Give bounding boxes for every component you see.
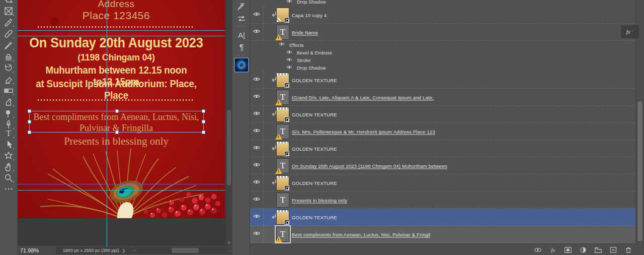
transform-handle[interactable]	[115, 109, 119, 113]
history-brush-tool-icon[interactable]	[3, 63, 15, 73]
transform-handle[interactable]	[28, 109, 31, 113]
visibility-toggle[interactable]	[250, 174, 264, 191]
visibility-toggle[interactable]	[250, 89, 264, 105]
transform-handle[interactable]	[202, 131, 205, 134]
scrollbar-thumb[interactable]	[637, 101, 643, 242]
effect-visibility-toggle[interactable]	[278, 41, 285, 49]
brush-settings-panel-icon[interactable]	[235, 1, 248, 12]
layer-name[interactable]: GOLDEN TEXTURE	[292, 180, 337, 185]
horizontal-guide[interactable]	[18, 36, 225, 36]
layer-name[interactable]: GOLDEN TEXTURE	[292, 111, 337, 117]
document-info[interactable]: 1800 px x 2550 px (300 ppi) ❯	[56, 247, 132, 254]
visibility-toggle[interactable]	[250, 140, 264, 157]
horizontal-guide[interactable]	[18, 30, 225, 31]
type-tool-icon[interactable]: T	[3, 129, 15, 139]
scroll-right-arrow[interactable]: ›	[228, 248, 230, 253]
layer-name[interactable]: On Sunday 20th August 2023 (1198 Chingam…	[292, 163, 447, 168]
visibility-toggle[interactable]	[250, 7, 264, 23]
chevron-up-icon[interactable]: ˆ	[632, 30, 634, 34]
zoom-tool-icon[interactable]	[3, 173, 15, 183]
new-group-icon[interactable]	[594, 246, 603, 254]
zoom-level-field[interactable]: 71.98%	[18, 247, 56, 253]
clone-stamp-tool-icon[interactable]	[3, 52, 15, 62]
layer-thumbnail[interactable]	[277, 176, 289, 190]
layer-name[interactable]: Presents in blessing only	[292, 197, 347, 203]
effect-row[interactable]: Drop Shadow	[250, 0, 635, 7]
effect-visibility-toggle[interactable]	[286, 63, 293, 72]
layer-row[interactable]: TBest compliments from Aenean, Luctus, N…	[250, 226, 635, 243]
text-layer-thumbnail[interactable]: T	[277, 90, 289, 104]
layer-row[interactable]: TS/o. Mrs. Pellentesque & Mr. Hendrerit …	[250, 123, 635, 140]
layer-name[interactable]: (Grand D/o. Late, Aliquam A & Late, Cons…	[292, 94, 434, 100]
transform-handle[interactable]	[202, 109, 205, 113]
layer-row[interactable]: TBride Name	[250, 24, 635, 41]
adjustment-layer-icon[interactable]	[579, 246, 588, 254]
link-layers-icon[interactable]	[533, 246, 542, 254]
layer-thumbnail[interactable]	[277, 210, 289, 224]
eyedropper-tool-icon[interactable]	[3, 17, 15, 27]
chevron-right-icon[interactable]: ❯	[122, 248, 125, 253]
document-vertical-scrollbar[interactable]: ∨	[226, 0, 232, 246]
layer-row[interactable]: T(Grand D/o. Late, Aliquam A & Late, Con…	[250, 89, 635, 106]
text-layer-thumbnail[interactable]: T	[277, 25, 289, 39]
hand-tool-icon[interactable]	[3, 162, 15, 172]
text-layer-thumbnail[interactable]: T	[277, 227, 289, 241]
eraser-tool-icon[interactable]	[3, 75, 15, 85]
layer-name[interactable]: Bride Name	[292, 29, 318, 35]
canvas[interactable]: Address Place 123456 On Sunday 20th Augu…	[18, 0, 225, 218]
layer-row[interactable]: GOLDEN TEXTURE	[250, 106, 635, 123]
layer-thumbnail[interactable]	[277, 107, 289, 121]
visibility-toggle[interactable]	[250, 192, 264, 208]
layer-name[interactable]: GOLDEN TEXTURE	[292, 146, 337, 151]
visibility-toggle[interactable]	[250, 24, 264, 40]
layer-row[interactable]: GOLDEN TEXTURE	[250, 174, 635, 192]
scrollbar-thumb[interactable]	[227, 110, 231, 185]
layer-row[interactable]: TPresents in blessing only	[250, 192, 635, 209]
visibility-toggle[interactable]	[250, 226, 264, 242]
custom-shape-tool-icon[interactable]	[3, 151, 15, 161]
visibility-toggle[interactable]	[250, 123, 264, 140]
scrollbar-thumb[interactable]	[172, 248, 199, 253]
layer-row[interactable]: GOLDEN TEXTURE	[250, 72, 635, 89]
brushes-panel-icon[interactable]	[235, 13, 248, 24]
visibility-toggle[interactable]	[250, 72, 264, 88]
layer-fx-collapse-tab[interactable]: fx ˆ	[621, 25, 639, 38]
document-horizontal-scrollbar[interactable]: ‹ ›	[133, 247, 231, 254]
scroll-down-arrow[interactable]: ∨	[227, 240, 231, 245]
transform-handle[interactable]	[28, 131, 31, 134]
dodge-tool-icon[interactable]	[3, 108, 15, 118]
edit-toolbar-icon[interactable]	[3, 184, 15, 194]
new-layer-icon[interactable]	[609, 246, 618, 254]
layer-name[interactable]: GOLDEN TEXTURE	[292, 214, 337, 220]
gradient-tool-icon[interactable]	[3, 86, 15, 96]
layer-name[interactable]: S/o. Mrs. Pellentesque & Mr. Hendrerit I…	[292, 129, 435, 134]
frame-tool-icon[interactable]	[3, 6, 15, 16]
layer-name[interactable]: Best compliments from Aenean, Luctus, Ni…	[292, 231, 430, 237]
paragraph-panel-icon[interactable]: ¶	[235, 42, 248, 53]
add-layer-mask-icon[interactable]	[564, 246, 573, 254]
text-layer-thumbnail[interactable]: T	[277, 193, 289, 207]
transform-handle[interactable]	[202, 120, 205, 123]
transform-bounding-box[interactable]	[29, 111, 204, 133]
layer-row[interactable]: GOLDEN TEXTURE	[250, 209, 635, 226]
delete-layer-icon[interactable]	[624, 246, 633, 254]
path-select-tool-icon[interactable]	[3, 140, 15, 150]
effect-visibility-toggle[interactable]	[286, 0, 293, 6]
transform-handle[interactable]	[115, 131, 119, 134]
transform-handle[interactable]	[28, 120, 31, 123]
text-layer-thumbnail[interactable]: T	[277, 159, 289, 173]
layer-row[interactable]: GOLDEN TEXTURE	[250, 140, 635, 157]
effect-row[interactable]: Drop Shadow	[250, 64, 635, 72]
active-extension-panel-icon[interactable]	[235, 58, 248, 72]
spot-healing-tool-icon[interactable]	[3, 29, 15, 39]
layer-name[interactable]: Capa 10 copy 4	[292, 12, 327, 18]
text-layer-thumbnail[interactable]: T	[277, 124, 289, 139]
visibility-toggle[interactable]	[250, 106, 264, 122]
layer-thumbnail[interactable]	[277, 8, 289, 22]
layer-name[interactable]: GOLDEN TEXTURE	[292, 77, 337, 83]
layer-thumbnail[interactable]	[277, 73, 289, 87]
visibility-toggle[interactable]	[250, 209, 264, 225]
vertical-guide[interactable]	[107, 0, 107, 218]
scroll-left-arrow[interactable]: ‹	[134, 248, 136, 253]
vertical-guide[interactable]	[107, 218, 107, 247]
